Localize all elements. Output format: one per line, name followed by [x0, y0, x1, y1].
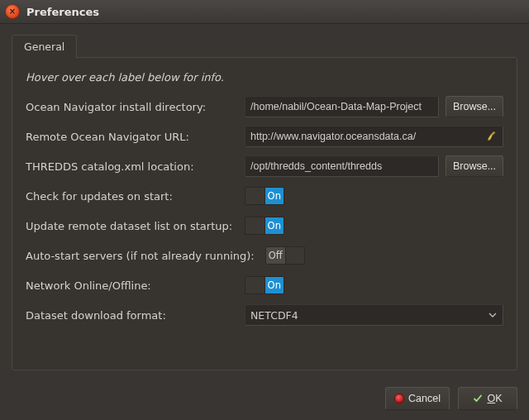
- check-icon: [473, 394, 483, 403]
- cancel-label: Cancel: [408, 393, 441, 404]
- network-toggle[interactable]: On: [245, 276, 284, 294]
- row-download-format: Dataset download format: NETCDF4: [26, 303, 503, 327]
- broom-icon: [487, 131, 498, 142]
- window-title: Preferences: [26, 6, 99, 18]
- toggle-off-label: Off: [266, 247, 286, 264]
- clear-url-button[interactable]: [487, 131, 498, 142]
- ok-label: OK: [487, 393, 502, 404]
- toggle-on-label: On: [265, 188, 284, 204]
- label-check-updates: Check for updates on start:: [26, 190, 245, 203]
- titlebar: × Preferences: [0, 0, 529, 24]
- row-network: Network Online/Offline: On: [26, 274, 503, 297]
- row-auto-start: Auto-start servers (if not already runni…: [26, 244, 503, 267]
- check-updates-toggle[interactable]: On: [245, 187, 284, 205]
- download-format-value: NETCDF4: [250, 309, 298, 322]
- remote-url-input[interactable]: [245, 126, 503, 147]
- toggle-on-label: On: [265, 277, 284, 294]
- label-update-remote: Update remote dataset list on startup:: [26, 220, 245, 232]
- preferences-window: × Preferences General Hover over each la…: [0, 0, 529, 420]
- row-remote-url: Remote Ocean Navigator URL:: [26, 125, 503, 148]
- tab-general[interactable]: General: [12, 35, 77, 58]
- label-download-format: Dataset download format:: [26, 309, 245, 322]
- ok-button[interactable]: OK: [458, 387, 517, 410]
- auto-start-toggle[interactable]: Off: [265, 246, 305, 265]
- stop-icon: [394, 394, 404, 403]
- download-format-select[interactable]: NETCDF4: [245, 304, 503, 326]
- hint-text: Hover over each label below for info.: [26, 71, 503, 84]
- label-network: Network Online/Offline:: [26, 279, 245, 292]
- label-auto-start: Auto-start servers (if not already runni…: [26, 250, 265, 262]
- cancel-button[interactable]: Cancel: [385, 387, 450, 410]
- window-body: General Hover over each label below for …: [0, 24, 529, 379]
- close-icon: ×: [9, 7, 16, 16]
- browse-install-dir-button[interactable]: Browse...: [446, 96, 503, 117]
- toggle-on-label: On: [265, 217, 284, 234]
- row-update-remote: Update remote dataset list on startup: O…: [26, 214, 503, 237]
- chevron-down-icon: [486, 308, 499, 322]
- label-remote-url: Remote Ocean Navigator URL:: [26, 131, 245, 143]
- update-remote-toggle[interactable]: On: [245, 217, 284, 235]
- browse-thredds-button[interactable]: Browse...: [446, 155, 503, 177]
- general-panel: Hover over each label below for info. Oc…: [12, 57, 517, 370]
- install-dir-input[interactable]: [245, 96, 439, 117]
- row-check-updates: Check for updates on start: On: [26, 184, 503, 208]
- label-thredds: THREDDS catalog.xml location:: [26, 160, 245, 173]
- label-install-dir: Ocean Navigator install directory:: [26, 101, 245, 113]
- close-button[interactable]: ×: [5, 4, 20, 19]
- row-install-dir: Ocean Navigator install directory: Brows…: [26, 95, 503, 118]
- dialog-footer: Cancel OK: [0, 379, 529, 420]
- thredds-input[interactable]: [245, 155, 439, 177]
- row-thredds: THREDDS catalog.xml location: Browse...: [26, 155, 503, 178]
- tab-bar: General: [12, 34, 517, 57]
